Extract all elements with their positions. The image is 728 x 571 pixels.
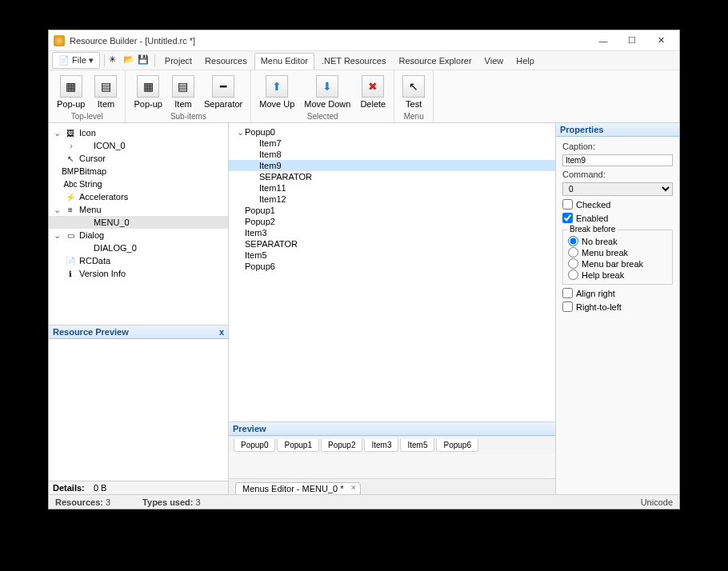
tree-row[interactable]: ›ICON_0 [49, 139, 228, 152]
resource-tree[interactable]: ⌄🖼Icon›ICON_0↖CursorBMPBitmapAbcString⚡A… [49, 123, 228, 325]
menu-tree-row[interactable]: Popup6 [229, 261, 555, 272]
tree-twisty[interactable]: ⌄ [235, 127, 245, 138]
tree-row[interactable]: ⚡Accelerators [49, 190, 228, 203]
menu-resources[interactable]: Resources [199, 54, 253, 68]
menu-tree-row[interactable]: SEPARATOR [229, 238, 555, 250]
menu-tree-row[interactable]: Popup2 [229, 216, 555, 227]
menu-view[interactable]: View [479, 54, 510, 68]
menu-tree-row[interactable]: Item8 [229, 149, 555, 160]
menu-tree-row[interactable]: Item9 [229, 160, 555, 171]
btn-sub-separator[interactable]: ━Separator [201, 74, 246, 110]
preview-tab[interactable]: Popup0 [234, 439, 275, 452]
checked-checkbox[interactable]: Checked [562, 199, 673, 210]
menu-help[interactable]: Help [510, 54, 540, 68]
preview-tab[interactable]: Item3 [364, 439, 398, 452]
document-tab-label: Menus Editor - MENU_0 * [242, 484, 344, 493]
checked-box[interactable] [562, 199, 573, 210]
tree-row[interactable]: ⌄▭Dialog [49, 229, 228, 242]
document-tab[interactable]: Menus Editor - MENU_0 * ✕ [235, 482, 361, 494]
menu-tree-row[interactable]: SEPARATOR [229, 171, 555, 182]
rtl-box[interactable] [562, 301, 573, 312]
menu-item-label: Item8 [259, 150, 282, 159]
preview-header: Preview [229, 422, 555, 436]
preview-tabs: Popup0Popup1Popup2Item3Item5Popup6 [229, 436, 555, 454]
new-icon[interactable]: ✳ [109, 54, 122, 67]
tree-row[interactable]: ℹVersion Info [49, 267, 228, 280]
menu-tree-row[interactable]: Item3 [229, 227, 555, 238]
break-radio-label: Menu break [582, 248, 628, 258]
break-radio-input[interactable] [568, 270, 578, 280]
tree-row[interactable]: ⌄≡Menu [49, 203, 228, 216]
tree-item-icon: ≡ [65, 204, 76, 215]
tree-item-icon: ℹ [65, 268, 76, 279]
tree-row[interactable]: ↖Cursor [49, 152, 228, 165]
ribbon-group-top-level: ▦Pop-up ▤Item Top-level [49, 70, 126, 122]
break-before-group: Break before No breakMenu breakMenu bar … [562, 230, 673, 285]
btn-move-down[interactable]: ⬇Move Down [301, 74, 354, 110]
btn-sub-item[interactable]: ▤Item [169, 74, 198, 110]
break-radio-input[interactable] [568, 236, 578, 246]
preview-tab[interactable]: Popup1 [277, 439, 318, 452]
menu-project[interactable]: Project [159, 54, 198, 68]
maximize-button[interactable]: ☐ [622, 34, 642, 47]
menu-tree-row[interactable]: ⌄Popup0 [229, 126, 555, 138]
btn-move-up[interactable]: ⬆Move Up [256, 74, 298, 110]
menu-item-label: Item3 [245, 228, 267, 238]
menu-file[interactable]: 📄 File ▾ [52, 52, 100, 69]
btn-test[interactable]: ↖Test [399, 74, 428, 110]
enabled-checkbox[interactable]: Enabled [562, 213, 673, 223]
command-select[interactable]: 0 [562, 182, 673, 196]
align-right-box[interactable] [562, 288, 573, 298]
menu-tree-row[interactable]: Item12 [229, 194, 555, 205]
command-label: Command: [562, 170, 673, 179]
break-radio[interactable]: No break [568, 236, 667, 246]
preview-tab[interactable]: Popup6 [436, 439, 478, 452]
tree-row[interactable]: 📄RCData [49, 254, 228, 267]
menu-menu-editor[interactable]: Menu Editor [254, 53, 314, 70]
tree-row[interactable]: BMPBitmap [49, 165, 228, 178]
menu-resource-explorer[interactable]: Resource Explorer [394, 54, 478, 68]
tree-row[interactable]: ⌄🖼Icon [49, 126, 228, 139]
btn-delete[interactable]: ✖Delete [357, 74, 389, 110]
break-radio-input[interactable] [568, 247, 578, 258]
rtl-checkbox[interactable]: Right-to-left [562, 301, 673, 312]
btn-toplevel-popup[interactable]: ▦Pop-up [54, 74, 88, 110]
item-icon: ▤ [172, 75, 194, 98]
tree-item-label: Version Info [79, 269, 126, 278]
menu-item-label: Item12 [259, 194, 286, 204]
preview-tab[interactable]: Item5 [400, 439, 434, 452]
menu-tree-row[interactable]: Item7 [229, 138, 555, 149]
menu-tree-row[interactable]: Item11 [229, 182, 555, 194]
btn-sub-popup[interactable]: ▦Pop-up [130, 74, 165, 110]
align-right-checkbox[interactable]: Align right [562, 288, 673, 298]
tree-row[interactable]: MENU_0 [49, 216, 228, 229]
tree-row[interactable]: AbcString [49, 178, 228, 190]
save-icon[interactable]: 💾 [138, 54, 150, 67]
break-radio[interactable]: Menu bar break [568, 258, 667, 269]
caption-input[interactable] [562, 154, 673, 166]
tree-twisty[interactable]: › [66, 141, 76, 150]
tree-twisty[interactable]: ⌄ [52, 230, 62, 241]
properties-body: Caption: Command: 0 Checked Enabled Brea… [556, 137, 679, 317]
break-radio-input[interactable] [568, 258, 578, 269]
menu-tree-row[interactable]: Popup1 [229, 205, 555, 216]
window-buttons: — ☐ ✕ [593, 34, 671, 47]
tree-row[interactable]: DIALOG_0 [49, 242, 228, 254]
tree-twisty[interactable]: ⌄ [52, 205, 62, 215]
menu-net-resources[interactable]: .NET Resources [316, 54, 392, 68]
menubar-sep [154, 54, 155, 67]
close-button[interactable]: ✕ [650, 34, 671, 47]
break-radio[interactable]: Help break [568, 270, 667, 280]
btn-toplevel-item[interactable]: ▤Item [91, 74, 120, 110]
preview-tab[interactable]: Popup2 [321, 439, 362, 452]
document-tab-close[interactable]: ✕ [350, 484, 357, 492]
break-radio[interactable]: Menu break [568, 247, 667, 258]
enabled-box[interactable] [562, 213, 573, 223]
ribbon-label: Selected [307, 112, 338, 121]
minimize-button[interactable]: — [593, 34, 614, 47]
menu-tree[interactable]: ⌄Popup0Item7Item8Item9SEPARATORItem11Ite… [229, 123, 555, 421]
tree-twisty[interactable]: ⌄ [52, 128, 62, 138]
resource-preview-close[interactable]: x [219, 327, 224, 337]
open-icon[interactable]: 📂 [123, 54, 136, 67]
menu-tree-row[interactable]: Item5 [229, 250, 555, 261]
